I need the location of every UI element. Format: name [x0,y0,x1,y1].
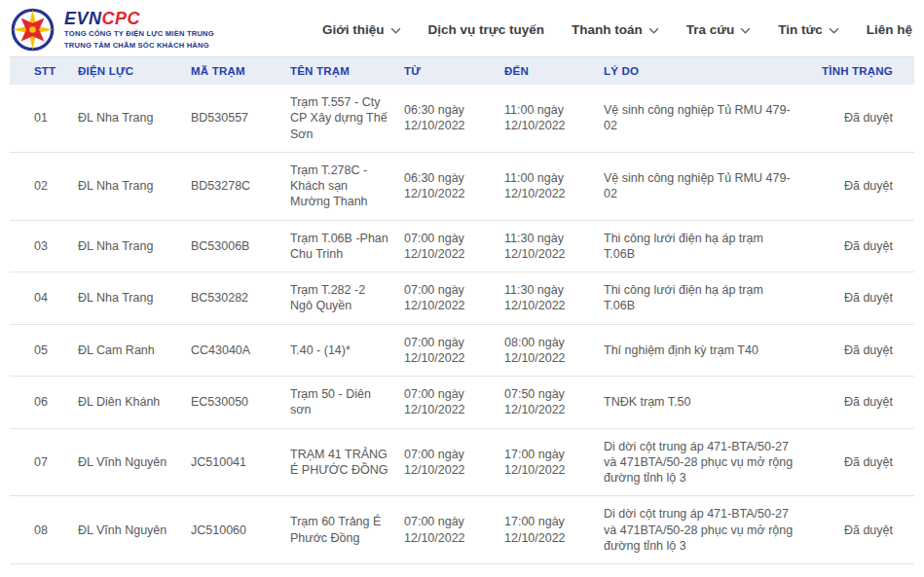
cell-ly-do: Vệ sinh công nghiệp Tủ RMU 479-02 [604,85,810,152]
nav-item-5[interactable]: Tin tức [764,13,853,47]
brand-name: EVNCPC [64,10,214,29]
cell-stt: 06 [10,377,78,429]
cell-stt: 08 [10,496,78,564]
cell-ly-do: Di dời cột trung áp 471-BTA/50-27 và 471… [604,564,810,577]
brand-evn: EVN [64,9,102,28]
site-header: EVNCPC TỔNG CÔNG TY ĐIỆN LỰC MIỀN TRUNG … [0,0,924,56]
table-row: 06 ĐL Diên Khánh EC530050 Trạm 50 - Diên… [10,377,914,429]
cell-tu: 07:00 ngày 12/10/2022 [404,220,504,272]
nav-item-3[interactable]: Thanh toán [558,13,673,47]
cell-dien-luc: ĐL Nha Trang [78,272,191,325]
cell-stt: 01 [10,85,78,152]
cell-stt: 03 [10,220,78,272]
cell-tinh-trang: Đã duyệt [810,428,914,496]
cell-ly-do: TNĐK trạm T.50 [604,377,810,429]
cell-tinh-trang: Đã duyệt [810,564,914,577]
cell-ly-do: Thi công lưới điện hạ áp trạm T.06B [604,272,810,325]
cell-dien-luc: ĐL Nha Trang [78,85,191,152]
main-nav: Giới thiệu Dịch vụ trực tuyến Thanh toán… [309,13,916,47]
cell-den: 11:30 ngày 12/10/2022 [504,272,604,325]
col-header-stt: STT [10,57,78,86]
brand-subtitle-line2: TRUNG TÂM CHĂM SÓC KHÁCH HÀNG [64,40,214,51]
cell-ma-tram: BC53006B [191,220,290,272]
cell-tu: 07:00 ngày 12/10/2022 [404,496,504,564]
brand-cpc: CPC [102,9,141,28]
table-row: 04 ĐL Nha Trang BC530282 Trạm T.282 -2 N… [10,272,914,325]
cell-ly-do: Di dời cột trung áp 471-BTA/50-27 và 471… [604,496,810,564]
cell-tu: 07:00 ngày 12/10/2022 [404,272,504,325]
cell-ma-tram: JC510060 [191,496,290,564]
evncpc-logo-icon [10,7,55,53]
cell-ten-tram: Trạm T.557 - Cty CP Xây dựng Thế Sơn [290,85,404,152]
cell-ma-tram: BD53278C [191,152,290,220]
cell-tinh-trang: Đã duyệt [810,220,914,272]
cell-tinh-trang: Đã duyệt [810,272,914,325]
table-row: 02 ĐL Nha Trang BD53278C Trạm T.278C - K… [10,152,914,220]
col-header-ten-tram: TÊN TRẠM [290,57,404,86]
cell-tu: 06:30 ngày 12/10/2022 [404,152,504,220]
nav-item-1[interactable]: Giới thiệu [309,13,415,47]
table-row: 05 ĐL Cam Ranh CC43040A T.40 - (14)* 07:… [10,324,914,377]
cell-dien-luc: ĐL Vĩnh Nguyên [78,496,191,564]
brand-text: EVNCPC TỔNG CÔNG TY ĐIỆN LỰC MIỀN TRUNG … [64,7,214,52]
nav-item-2[interactable]: Dịch vụ trực tuyến [415,13,558,47]
cell-tinh-trang: Đã duyệt [810,152,914,220]
cell-ten-tram: Trạm T.06B -Phan Chu Trinh [290,220,404,272]
col-header-tu: TỪ [404,57,504,86]
table-header-row: STT ĐIỆN LỰC MÃ TRẠM TÊN TRẠM TỪ ĐẾN LÝ … [10,57,914,86]
nav-item-4[interactable]: Tra cứu [673,13,765,47]
cell-den: 11:00 ngày 12/10/2022 [504,85,604,152]
cell-den: 11:00 ngày 12/10/2022 [504,152,604,220]
cell-tu: 07:00 ngày 12/10/2022 [404,377,504,429]
cell-dien-luc: ĐL Nha Trang [78,152,191,220]
cell-ten-tram: T.40 - (14)* [290,324,404,377]
cell-tinh-trang: Đã duyệt [810,85,914,152]
cell-ma-tram: CC43040A [191,324,290,377]
cell-dien-luc: ĐL Nha Trang [78,220,191,272]
cell-ly-do: Vệ sinh công nghiệp Tủ RMU 479-02 [604,152,810,220]
cell-dien-luc: ĐL Vĩnh Nguyên [78,428,191,496]
cell-ly-do: Thí nghiệm định kỳ trạm T40 [604,324,810,377]
col-header-den: ĐẾN [504,57,604,86]
cell-stt: 04 [10,272,78,325]
cell-stt: 05 [10,324,78,377]
cell-stt: 09 [10,564,78,577]
cell-stt: 02 [10,152,78,220]
cell-tu: 07:00 ngày 12/10/2022 [404,564,504,577]
cell-dien-luc: ĐL Cam Ranh [78,324,191,377]
cell-ten-tram: Trạm 32 Trảng É Phước Đồng [290,564,404,577]
cell-tu: 06:30 ngày 12/10/2022 [404,85,504,152]
cell-tu: 07:00 ngày 12/10/2022 [404,428,504,496]
col-header-tinh-trang: TÌNH TRẠNG [810,57,914,86]
table-row: 07 ĐL Vĩnh Nguyên JC510041 TRẠM 41 TRẢNG… [10,428,914,496]
table-row: 01 ĐL Nha Trang BD530557 Trạm T.557 - Ct… [10,85,914,152]
table-row: 08 ĐL Vĩnh Nguyên JC510060 Trạm 60 Trảng… [10,496,914,564]
table-row: 09 ĐL Vĩnh Nguyên JC530032 Trạm 32 Trảng… [10,564,914,577]
outage-schedule-table: STT ĐIỆN LỰC MÃ TRẠM TÊN TRẠM TỪ ĐẾN LÝ … [10,56,914,577]
cell-ten-tram: Trạm T.282 -2 Ngô Quyền [290,272,404,325]
cell-ma-tram: BC530282 [191,272,290,325]
cell-dien-luc: ĐL Diên Khánh [78,377,191,429]
brand[interactable]: EVNCPC TỔNG CÔNG TY ĐIỆN LỰC MIỀN TRUNG … [10,7,214,53]
cell-tinh-trang: Đã duyệt [810,496,914,564]
cell-den: 17:00 ngày 12/10/2022 [504,564,604,577]
nav-item-6[interactable]: Liên hệ [853,13,916,47]
cell-ma-tram: JC510041 [191,428,290,496]
cell-den: 08:00 ngày 12/10/2022 [504,324,604,377]
chevron-down-icon [829,27,839,34]
table-row: 03 ĐL Nha Trang BC53006B Trạm T.06B -Pha… [10,220,914,272]
col-header-dien-luc: ĐIỆN LỰC [78,57,191,86]
cell-tinh-trang: Đã duyệt [810,377,914,429]
col-header-ma-tram: MÃ TRẠM [191,57,290,86]
cell-ma-tram: EC530050 [191,377,290,429]
cell-dien-luc: ĐL Vĩnh Nguyên [78,564,191,577]
chevron-down-icon [390,27,401,34]
brand-subtitle-line1: TỔNG CÔNG TY ĐIỆN LỰC MIỀN TRUNG [64,28,214,39]
cell-den: 07:50 ngày 12/10/2022 [504,377,604,429]
cell-den: 17:00 ngày 12/10/2022 [504,496,604,564]
cell-ten-tram: Trạm T.278C - Khách sạn Mường Thanh [290,152,404,220]
chevron-down-icon [648,27,659,34]
chevron-down-icon [740,27,751,34]
cell-ma-tram: BD530557 [191,85,290,152]
cell-ma-tram: JC530032 [191,564,290,577]
